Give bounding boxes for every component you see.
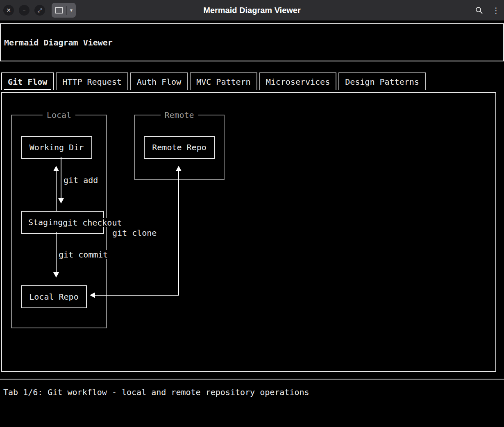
tab-mvc-pattern[interactable]: MVC Pattern (190, 72, 257, 90)
maximize-button[interactable]: ⤢ (34, 5, 45, 16)
arrowhead-down-icon (53, 272, 59, 278)
close-icon: ✕ (6, 5, 11, 16)
edge-clone-vline (178, 171, 179, 296)
search-icon[interactable] (475, 6, 483, 14)
arrowhead-up-icon (53, 166, 59, 171)
tab-label: HTTP Request (62, 77, 122, 87)
divider (66, 6, 67, 15)
node-label: Local Repo (29, 292, 78, 302)
edge-add-line (61, 157, 61, 198)
app-window: Mermaid Diagram Viewer Git Flow HTTP Req… (0, 20, 504, 427)
tab-label: Auth Flow (137, 77, 181, 87)
tab-label: Git Flow (8, 77, 47, 87)
tab-label: Design Patterns (345, 77, 419, 87)
node-label: Working Dir (30, 142, 84, 152)
node-remote-repo: Remote Repo (144, 136, 215, 159)
node-local-repo: Local Repo (21, 285, 87, 308)
status-bar: Tab 1/6: Git workflow - local and remote… (0, 379, 504, 427)
app-header: Mermaid Diagram Viewer (0, 23, 504, 61)
tab-bar: Git Flow HTTP Request Auth Flow MVC Patt… (1, 72, 426, 90)
subgraph-local-label: Local (43, 110, 75, 120)
menu-kebab-icon[interactable]: ⋮ (492, 6, 500, 15)
edge-label-git-commit: git commit (59, 250, 108, 259)
tab-http-request[interactable]: HTTP Request (56, 72, 128, 90)
window-title: Mermaid Diagram Viewer (203, 6, 301, 15)
window-layout-icon (55, 7, 63, 14)
window-controls: ✕ – ⤢ ▾ (3, 0, 76, 20)
node-label: Remote Repo (152, 142, 206, 152)
dropdown-caret-icon: ▾ (70, 7, 73, 13)
arrowhead-left-icon (90, 292, 95, 298)
status-text: Tab 1/6: Git workflow - local and remote… (0, 380, 504, 397)
node-working-dir: Working Dir (21, 136, 92, 159)
tab-design-patterns[interactable]: Design Patterns (338, 72, 426, 90)
edge-commit-line (56, 232, 57, 272)
minimize-button[interactable]: – (19, 5, 30, 16)
edge-label-git-add: git add (64, 176, 98, 185)
edge-label-git-checkout: git checkout (63, 218, 122, 227)
maximize-icon: ⤢ (37, 5, 42, 16)
edge-clone-hline (95, 295, 179, 296)
tab-auth-flow[interactable]: Auth Flow (130, 72, 188, 90)
minimize-icon: – (23, 5, 26, 16)
edge-label-git-clone: git clone (112, 228, 157, 237)
node-label: Staging (28, 217, 63, 227)
edge-checkout-line (56, 171, 57, 211)
app-title: Mermaid Diagram Viewer (1, 38, 113, 47)
arrowhead-down-icon (58, 198, 64, 203)
close-button[interactable]: ✕ (3, 5, 14, 16)
layout-split-button[interactable]: ▾ (52, 3, 76, 18)
titlebar-actions: ⋮ (475, 0, 500, 20)
diagram-canvas: Local Remote Working Dir Remote Repo Sta… (1, 92, 496, 372)
titlebar: ✕ – ⤢ ▾ Mermaid Diagram Viewer ⋮ (0, 0, 504, 20)
tab-microservices[interactable]: Microservices (259, 72, 337, 90)
tab-label: Microservices (266, 77, 330, 87)
arrowhead-up-icon (176, 166, 182, 171)
tab-label: MVC Pattern (196, 77, 250, 87)
tab-git-flow[interactable]: Git Flow (1, 72, 54, 90)
subgraph-remote-label: Remote (160, 110, 198, 120)
